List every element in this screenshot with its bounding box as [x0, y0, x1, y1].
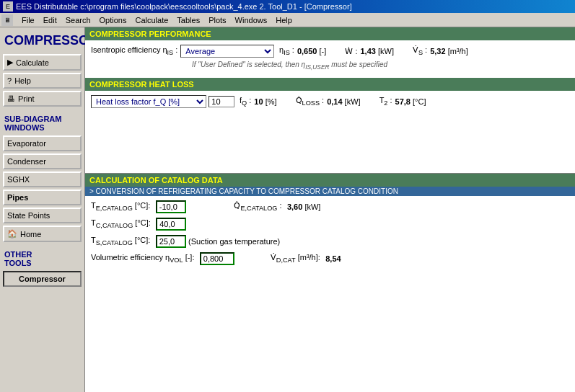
VD-label: V̇D,CAT [m³/h]: [271, 253, 320, 264]
content-area: COMPRESSOR PERFORMANCE Isentropic effici… [85, 27, 575, 392]
home-icon: 🏠 [7, 229, 17, 239]
heat-loss-input[interactable] [209, 96, 234, 107]
menu-plots[interactable]: Plots [204, 14, 230, 26]
menu-windows[interactable]: Windows [231, 14, 272, 26]
main-layout: COMPRESSOR ▶ Calculate ? Help 🖶 Print SU… [0, 27, 575, 392]
isentropic-row: Isentropic efficiency ηIS : Average User… [91, 45, 569, 58]
sidebar-item-condenser[interactable]: Condenser [3, 153, 82, 169]
help-button[interactable]: ? Help [3, 73, 82, 89]
catalog-header: CALCULATION OF CATALOG DATA [85, 174, 575, 187]
compressor-heat-loss-header: COMPRESSOR HEAT LOSS [85, 78, 575, 91]
sidebar: COMPRESSOR ▶ Calculate ? Help 🖶 Print SU… [0, 27, 85, 392]
isentropic-label: Isentropic efficiency ηIS : [91, 45, 177, 56]
TC-row: TC,CATALOG [°C]: [91, 218, 569, 231]
QE-label: Q̇E,CATALOG : [234, 201, 281, 212]
TC-input[interactable] [156, 218, 186, 231]
title-text: EES Distributable c:\program files\coolp… [16, 2, 352, 11]
TS-row: TS,CATALOG [°C]: (Suction gas temperatur… [91, 235, 569, 248]
menu-help[interactable]: Help [271, 14, 297, 26]
TS-note: (Suction gas temperature) [188, 237, 280, 246]
heat-loss-row: Heat loss factor f_Q [%] fQ : 10 [%] Q̇L… [91, 95, 569, 108]
TC-label: TC,CATALOG [°C]: [91, 218, 151, 229]
menu-tables[interactable]: Tables [172, 14, 204, 26]
catalog-body: TE,CATALOG [°C]: Q̇E,CATALOG : 3,60 [kW]… [85, 196, 575, 274]
etaVOL-row: Volumetric efficiency ηVOL [-]: V̇D,CAT … [91, 252, 569, 265]
fQ-label: fQ : [240, 96, 251, 107]
sidebar-item-statepoints[interactable]: State Points [3, 208, 82, 223]
sidebar-item-evaporator[interactable]: Evaporator [3, 135, 82, 151]
Vs-label: V̇S : [413, 45, 427, 56]
Qloss-value: 0,14 [kW] [327, 97, 360, 106]
home-button[interactable]: 🏠 Home [3, 226, 82, 242]
note-text: If "User Defined" is selected, then ηIS,… [192, 61, 387, 71]
etaVOL-label: Volumetric efficiency ηVOL [-]: [91, 253, 194, 264]
TS-label: TS,CATALOG [°C]: [91, 236, 150, 246]
Wdot-value: 1,43 [kW] [360, 47, 393, 55]
menu-options[interactable]: Options [95, 14, 131, 26]
isentropic-dropdown[interactable]: Average User Defined Curve [180, 45, 274, 58]
TE-input[interactable] [156, 200, 186, 213]
sub-diagram-label: SUB-DIAGRAMWINDOWS [3, 113, 82, 133]
calculate-button[interactable]: ▶ Calculate [3, 54, 82, 71]
Vs-value: 5,32 [m³/h] [430, 47, 468, 55]
catalog-section: CALCULATION OF CATALOG DATA > CONVERSION… [85, 173, 575, 274]
spacer [85, 115, 575, 173]
catalog-sub-header: > CONVERSION OF REFRIGERATING CAPACITY T… [85, 187, 575, 196]
fQ-value: 10 [%] [254, 97, 276, 106]
heat-loss-dropdown[interactable]: Heat loss factor f_Q [%] [91, 95, 206, 108]
QE-value: 3,60 [kW] [287, 202, 320, 211]
compressor-heat-loss-body: Heat loss factor f_Q [%] fQ : 10 [%] Q̇L… [85, 91, 575, 115]
T2-label: T2 : [379, 96, 392, 107]
etaIS-value: 0,650 [-] [297, 47, 326, 55]
TS-input[interactable] [156, 235, 186, 248]
app-icon: E [3, 1, 13, 12]
etaVOL-input[interactable] [200, 252, 234, 265]
print-button[interactable]: 🖶 Print [3, 91, 82, 107]
Wdot-label: Ẇ : [345, 47, 357, 56]
sidebar-item-pipes[interactable]: Pipes [3, 190, 82, 205]
T2-value: 57,8 [°C] [395, 97, 426, 106]
TE-row: TE,CATALOG [°C]: Q̇E,CATALOG : 3,60 [kW] [91, 200, 569, 213]
Qloss-label: Q̇LOSS : [296, 96, 325, 107]
etaIS-label: ηIS : [279, 45, 294, 56]
menu-bar-icon: 🖥 [1, 14, 13, 26]
menu-edit[interactable]: Edit [39, 14, 61, 26]
sidebar-item-compressor[interactable]: Compressor [3, 271, 82, 287]
TE-label: TE,CATALOG [°C]: [91, 201, 150, 212]
calculate-icon: ▶ [7, 58, 13, 67]
print-icon: 🖶 [7, 94, 15, 103]
menu-bar: 🖥 File Edit Search Options Calculate Tab… [0, 13, 575, 27]
title-bar: E EES Distributable c:\program files\coo… [0, 0, 575, 13]
menu-file[interactable]: File [17, 14, 39, 26]
help-icon: ? [7, 76, 12, 85]
compressor-performance-body: Isentropic efficiency ηIS : Average User… [85, 40, 575, 78]
sidebar-title: COMPRESSOR [3, 30, 82, 54]
compressor-performance-header: COMPRESSOR PERFORMANCE [85, 27, 575, 40]
sidebar-item-sghx[interactable]: SGHX [3, 172, 82, 187]
other-tools-label: OTHERTOOLS [3, 249, 82, 269]
note-row: If "User Defined" is selected, then ηIS,… [91, 61, 569, 71]
menu-search[interactable]: Search [61, 14, 95, 26]
menu-calculate[interactable]: Calculate [131, 14, 172, 26]
VD-value: 8,54 [325, 254, 341, 263]
